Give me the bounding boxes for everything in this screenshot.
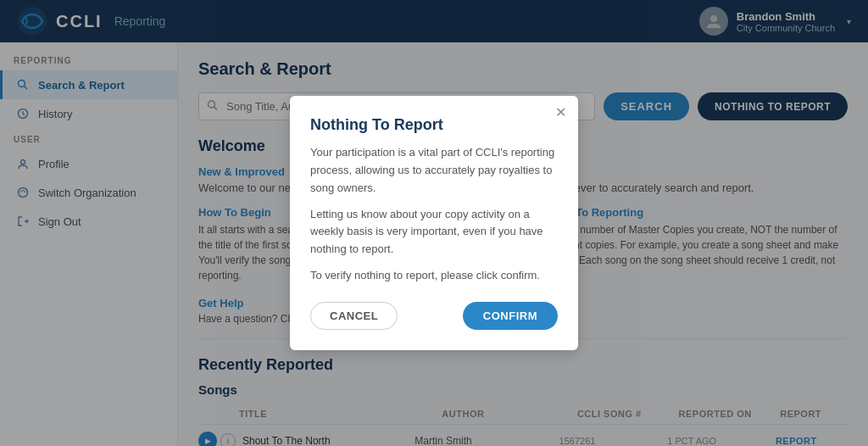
confirm-button[interactable]: CONFIRM <box>463 302 558 330</box>
modal-body: Your participation is a vital part of CC… <box>310 144 558 285</box>
cancel-button[interactable]: CANCEL <box>310 302 398 330</box>
nothing-to-report-modal: ✕ Nothing To Report Your participation i… <box>290 96 578 350</box>
modal-body-3: To verify nothing to report, please clic… <box>310 267 558 285</box>
modal-actions: CANCEL CONFIRM <box>310 302 558 330</box>
modal-overlay: ✕ Nothing To Report Your participation i… <box>0 0 868 446</box>
modal-body-1: Your participation is a vital part of CC… <box>310 144 558 197</box>
modal-title: Nothing To Report <box>310 116 558 134</box>
modal-close-button[interactable]: ✕ <box>555 106 566 120</box>
modal-body-2: Letting us know about your copy activity… <box>310 206 558 259</box>
